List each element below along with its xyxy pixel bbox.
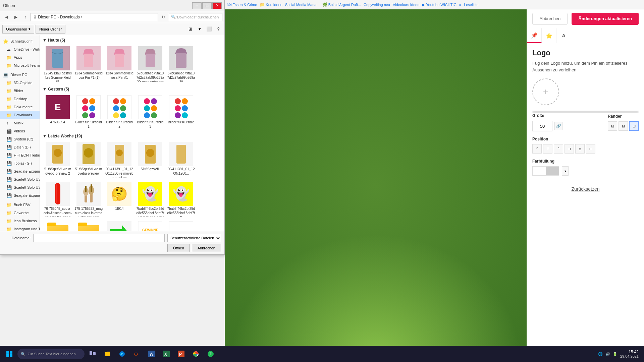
- file-item-snapchat1[interactable]: 👻 7bab8f46bc2b 25de8e558bbcf 8ebf7f9-rem…: [135, 180, 165, 219]
- file-item-cola[interactable]: 76-765045_coc a-cola-flasche -coca-cola-…: [43, 180, 73, 219]
- aktualisieren-button[interactable]: Änderungen aktualisieren: [572, 13, 639, 25]
- panel-horizontal-scrollbar[interactable]: [532, 111, 639, 113]
- open-button[interactable]: Öffnen: [167, 244, 190, 252]
- organize-button[interactable]: Organisieren ▾: [2, 25, 34, 34]
- file-item-sommerkleid-rosa1[interactable]: 1234 Sommerkleid rosa Pin #1 (1): [73, 45, 104, 83]
- file-item-kursbild1[interactable]: Bilder für Kursbild 1: [73, 94, 104, 130]
- search-bar[interactable]: 🔍 "Downloads" durchsuchen: [169, 13, 222, 21]
- sidebar-item-teams[interactable]: 📁 Microsoft Teams: [0, 61, 40, 69]
- date-header-gestern[interactable]: ▼ Gestern (5): [41, 85, 223, 93]
- panel-icon-pin[interactable]: 📌: [527, 28, 542, 43]
- file-item-00411391[interactable]: 00-411391_01_1200x1200-re movebg-previ e…: [104, 140, 135, 179]
- file-item-snapchat2[interactable]: 👻 7bab8f46bc2b 25de8e558bbcf 8ebf7f9: [166, 180, 196, 219]
- sidebar-item-desktop[interactable]: 📁 Desktop: [0, 95, 40, 103]
- sidebar-item-musik[interactable]: ♪ Musik: [0, 119, 40, 127]
- file-item-1f914[interactable]: 🤔 1f914: [104, 180, 135, 219]
- color-swatch[interactable]: [532, 166, 559, 176]
- file-item-ankundig1[interactable]: ANKÜNDIGUN G (1): [43, 220, 73, 231]
- taskbar-task-view[interactable]: [86, 347, 99, 361]
- file-item-kursbild2[interactable]: Bilder für Kursbild 2: [104, 94, 135, 130]
- sidebar-item-instagram[interactable]: 📁 Instagram und T...: [0, 225, 40, 231]
- file-item-arrow[interactable]: arrow-1294468 _640: [104, 220, 135, 231]
- maximize-button[interactable]: □: [202, 2, 212, 9]
- date-header-heute[interactable]: ▼ Heute (5): [41, 37, 223, 44]
- up-button[interactable]: ↑: [21, 13, 29, 21]
- pos-top-center[interactable]: ⊤: [543, 144, 552, 154]
- sidebar-item-onedrive[interactable]: ☁ OneDrive - Wirtsc...: [0, 45, 40, 53]
- panel-icon-text[interactable]: A: [556, 28, 571, 43]
- bookmark-bois[interactable]: 🌿 Bois d'Argent Duft...: [322, 2, 361, 7]
- sidebar-item-hitech[interactable]: 💾 HI-TECH Treiber: [0, 151, 40, 159]
- filetype-select[interactable]: Benutzerdefinierte Dateien: [167, 234, 221, 242]
- taskbar-office[interactable]: O: [130, 347, 144, 361]
- file-item-kursbild[interactable]: Bilder für Kursbild: [166, 94, 196, 130]
- abbrechen-button[interactable]: Abbrechen: [532, 13, 568, 25]
- sidebar-item-seagate1[interactable]: 💾 Seagate Expansi...: [0, 167, 40, 175]
- file-item-icecream[interactable]: 175-1755292_magnum-class ic-removebg-pre…: [73, 180, 104, 219]
- start-button[interactable]: [3, 347, 16, 361]
- file-item-sommerkleid-rosa2[interactable]: 1234 Sommerkleid rosa Pin #1: [104, 45, 135, 83]
- sidebar-item-3d[interactable]: 📁 3D-Objekte: [0, 79, 40, 87]
- new-folder-button[interactable]: Neuer Ordner: [36, 25, 65, 34]
- file-item-sqzsvfl2[interactable]: 51t8SqzsVfL-re movebg-preview: [73, 140, 104, 179]
- sidebar-item-downloads[interactable]: 📁 Downloads: [0, 111, 40, 119]
- file-item-sqzsvfl1[interactable]: 51t8SqzsVfL-re movebg-preview 2: [43, 140, 73, 179]
- sidebar-item-daten-d[interactable]: 💾 Daten (D:): [0, 143, 40, 151]
- taskbar-word[interactable]: W: [145, 347, 158, 361]
- forward-button[interactable]: ▶: [12, 13, 20, 21]
- close-button[interactable]: ✕: [212, 2, 222, 9]
- margin-btn-bottom[interactable]: ⊡: [629, 121, 639, 131]
- sidebar-item-tobias-g[interactable]: 💾 Tobias (G:): [0, 159, 40, 167]
- back-button[interactable]: ◀: [2, 13, 10, 21]
- refresh-button[interactable]: ↻: [159, 13, 167, 21]
- sidebar-item-scarlett2[interactable]: 💾 Scarlett Solo USB: [0, 183, 40, 191]
- bookmark-social-media[interactable]: Social Media Mana...: [285, 3, 320, 7]
- taskbar-excel[interactable]: X: [160, 347, 173, 361]
- sidebar-item-buch-fbv[interactable]: 📁 Buch FBV: [0, 201, 40, 209]
- view-preview-button[interactable]: ⬜: [205, 25, 213, 33]
- sidebar-item-videos[interactable]: 🎬 Videos: [0, 127, 40, 135]
- margin-btn-top-left[interactable]: ⊡: [608, 121, 617, 131]
- sidebar-item-bilder[interactable]: 📁 Bilder: [0, 87, 40, 95]
- pos-top-left[interactable]: ⌜: [532, 144, 542, 154]
- sidebar-item-apps[interactable]: 📁 Apps: [0, 53, 40, 61]
- size-link-button[interactable]: 🔗: [554, 122, 562, 130]
- taskbar-spotify[interactable]: [204, 347, 217, 361]
- view-toggle-button[interactable]: ⊞: [186, 25, 194, 33]
- file-item-00411391b[interactable]: 00-411391_01_1200x1200...: [166, 140, 196, 179]
- sidebar-item-system-c[interactable]: 💾 System (C:): [0, 135, 40, 143]
- sidebar-item-scarlett1[interactable]: 💾 Scarlett Solo USB: [0, 175, 40, 183]
- bookmark-essen-crime[interactable]: 🍽 Essen & Crime: [227, 2, 257, 7]
- pos-top-right[interactable]: ⌝: [554, 144, 563, 154]
- bookmark-copywriting[interactable]: Copywriting neu: [364, 3, 390, 7]
- battery-icon[interactable]: 🔋: [613, 352, 618, 356]
- design-canvas[interactable]: [225, 9, 527, 362]
- size-input-field[interactable]: [532, 121, 552, 131]
- taskbar-edge[interactable]: [115, 347, 129, 361]
- sidebar-item-gewerbe[interactable]: 📁 Gewerbe: [0, 209, 40, 217]
- taskbar-chrome[interactable]: [189, 347, 203, 361]
- help-button[interactable]: ?: [214, 25, 222, 33]
- file-item-ankundig2[interactable]: ANKÜNDIGUN G (2): [73, 220, 104, 231]
- sidebar-item-dokumente[interactable]: 📁 Dokumente: [0, 103, 40, 111]
- bookmark-leseliste[interactable]: Leseliste: [464, 3, 478, 7]
- network-icon[interactable]: 🌐: [598, 352, 603, 356]
- view-details-button[interactable]: ▾: [196, 25, 204, 33]
- bookmark-kursideen[interactable]: 📁 Kursideen: [260, 2, 282, 7]
- filename-input[interactable]: [33, 234, 165, 242]
- taskbar-powerpoint[interactable]: P: [174, 347, 188, 361]
- logo-upload-area[interactable]: +: [532, 78, 559, 105]
- minimize-button[interactable]: ─: [192, 2, 202, 9]
- file-item-sqzsvfl3[interactable]: 51t8SqzsVfL: [135, 140, 165, 179]
- file-item-ayoka-text[interactable]: AYOKA AYOKA neu SCHRIFT: [166, 220, 196, 231]
- file-item-ayoka-ig[interactable]: GEWINNE AYOKA IG AYOKA IG: [135, 220, 165, 231]
- file-item-47606894[interactable]: E 47606894: [43, 94, 73, 130]
- sidebar-item-quick-access[interactable]: ⭐ Schnellzugriff: [0, 37, 40, 45]
- breadcrumb[interactable]: 🖥 Dieser PC › Downloads ›: [31, 13, 158, 21]
- volume-icon[interactable]: 🔊: [605, 352, 610, 356]
- sidebar-item-icon-business[interactable]: 📁 Icon Business: [0, 217, 40, 225]
- bookmark-youtube[interactable]: ▶ Youtube WICHTIG: [422, 2, 457, 7]
- reset-button[interactable]: Zurücksetzen: [571, 186, 599, 192]
- file-item-57b8ab2[interactable]: 57b8ab6cd79fa107d2c27ab99b269a20: [166, 45, 196, 83]
- cancel-dialog-button[interactable]: Abbrechen: [192, 244, 221, 252]
